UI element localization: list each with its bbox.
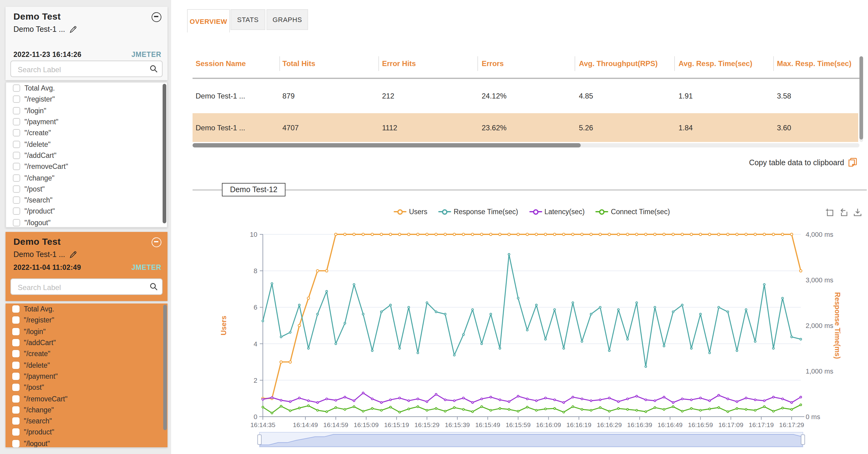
test-card-2: Demo Test Demo Test-1 ... 2022-11-04 11:… (5, 232, 167, 301)
list-scrollbar[interactable] (163, 305, 167, 430)
label-checkbox[interactable] (13, 163, 20, 170)
table-cell: 1.91 (679, 92, 693, 100)
legend-item[interactable]: Latency(sec) (529, 208, 585, 216)
label-checkbox[interactable] (12, 429, 20, 436)
label-checkbox[interactable] (12, 361, 20, 369)
collapse-card-icon[interactable] (152, 12, 161, 22)
label-list-item[interactable]: "/addCart" (5, 337, 167, 348)
copy-icon[interactable] (848, 158, 857, 167)
label-checkbox[interactable] (12, 317, 20, 324)
label-checkbox[interactable] (12, 305, 20, 313)
label-list-item[interactable]: "/logout" (5, 438, 167, 447)
download-icon[interactable] (853, 208, 862, 217)
label-list-item[interactable]: "/product" (5, 427, 167, 438)
label-list-item[interactable]: "/payment" (5, 371, 167, 382)
column-header[interactable]: Max. Resp. Time(sec) (777, 56, 851, 71)
label-list-item[interactable]: "/create" (6, 127, 167, 139)
label-list-item[interactable]: Total Avg. (6, 83, 167, 94)
label-checkbox[interactable] (12, 395, 20, 402)
label-list-item[interactable]: "/removeCart" (6, 161, 167, 172)
collapse-card-icon[interactable] (152, 237, 161, 247)
column-header[interactable]: Errors (482, 56, 504, 71)
search-input[interactable] (17, 280, 144, 295)
label-list-item[interactable]: "/create" (5, 348, 167, 360)
label-search-1 (10, 61, 163, 77)
list-scrollbar[interactable] (163, 84, 166, 223)
column-separator (378, 56, 379, 71)
label-list-item[interactable]: "/change" (5, 404, 167, 416)
line-chart[interactable]: 02468100 ms1,000 ms2,000 ms3,000 ms4,000… (202, 226, 868, 431)
label-list-item[interactable]: "/removeCart" (5, 393, 167, 404)
label-checkbox[interactable] (13, 84, 20, 92)
datazoom-slider[interactable] (259, 432, 803, 447)
label-list-item[interactable]: "/register" (6, 94, 167, 105)
label-text: "/login" (25, 107, 46, 114)
label-checkbox[interactable] (12, 417, 20, 425)
label-checkbox[interactable] (13, 152, 20, 159)
restore-icon[interactable] (839, 208, 848, 217)
label-list-item[interactable]: "/post" (6, 183, 167, 195)
label-list-item[interactable]: "/change" (6, 172, 167, 183)
tab-graphs[interactable]: GRAPHS (267, 9, 308, 30)
label-list-item[interactable]: "/post" (5, 382, 167, 393)
label-checkbox[interactable] (13, 140, 20, 148)
label-list-item[interactable]: "/delete" (5, 360, 167, 371)
label-checkbox[interactable] (12, 350, 20, 358)
label-list-item[interactable]: Total Avg. (5, 304, 167, 315)
label-checkbox[interactable] (13, 130, 20, 137)
y-axis-right-title: Response Time(ms) (834, 292, 841, 359)
label-list-item[interactable]: "/delete" (6, 139, 167, 150)
label-list-item[interactable]: "/payment" (6, 116, 167, 127)
column-header[interactable]: Error Hits (382, 56, 416, 71)
label-checkbox[interactable] (12, 384, 20, 391)
label-checkbox[interactable] (12, 339, 20, 346)
label-checkbox[interactable] (13, 208, 20, 215)
svg-text:16:14:59: 16:14:59 (323, 421, 348, 428)
label-checkbox[interactable] (12, 406, 20, 414)
label-list-item[interactable]: "/logout" (6, 217, 167, 228)
edit-icon[interactable] (69, 251, 77, 258)
search-icon[interactable] (150, 283, 158, 291)
label-checkbox[interactable] (13, 107, 20, 114)
copy-table-data[interactable]: Copy table data to clipboard (749, 158, 857, 167)
label-list-item[interactable]: "/register" (5, 315, 167, 326)
label-list-item[interactable]: "/login" (5, 326, 167, 337)
legend-item[interactable]: Response Time(sec) (438, 208, 518, 216)
label-checkbox[interactable] (12, 439, 20, 447)
column-header[interactable]: Avg. Resp. Time(sec) (679, 56, 752, 71)
label-list-item[interactable]: "/addCart" (6, 150, 167, 161)
column-header[interactable]: Avg. Throughput(RPS) (579, 56, 658, 71)
datazoom-handle-right[interactable] (801, 434, 805, 445)
vscroll-thumb[interactable] (860, 56, 863, 140)
label-list-item[interactable]: "/product" (6, 206, 167, 217)
edit-icon[interactable] (69, 25, 77, 33)
table-row[interactable]: Demo Test-1 ...4707111223.62%5.261.843.6… (192, 113, 858, 142)
table-row[interactable]: Demo Test-1 ...87921224.12%4.851.913.58 (192, 79, 858, 113)
label-list-item[interactable]: "/login" (6, 105, 167, 116)
hscroll-thumb[interactable] (192, 143, 581, 147)
label-checkbox[interactable] (13, 219, 20, 226)
legend-label: Connect Time(sec) (611, 208, 670, 216)
test-card-2-title: Demo Test (13, 236, 61, 247)
tab-overview[interactable]: OVERVIEW (187, 9, 230, 32)
search-input[interactable] (17, 62, 144, 77)
label-checkbox[interactable] (12, 373, 20, 380)
label-checkbox[interactable] (13, 118, 20, 125)
series-response-time-sec- (263, 255, 801, 367)
label-checkbox[interactable] (13, 186, 20, 193)
label-checkbox[interactable] (13, 174, 20, 181)
datazoom-icon[interactable] (825, 208, 834, 217)
legend-item[interactable]: Connect Time(sec) (596, 208, 670, 216)
tab-stats[interactable]: STATS (230, 9, 265, 30)
datazoom-handle-left[interactable] (257, 434, 261, 445)
legend-item[interactable]: Users (394, 208, 427, 216)
label-checkbox[interactable] (12, 328, 20, 335)
column-header[interactable]: Session Name (196, 56, 246, 71)
column-header[interactable]: Total Hits (282, 56, 315, 71)
label-list-item[interactable]: "/search" (6, 195, 167, 206)
table-cell: 3.58 (777, 92, 791, 100)
label-checkbox[interactable] (13, 196, 20, 204)
label-checkbox[interactable] (13, 96, 20, 103)
search-icon[interactable] (150, 65, 158, 73)
label-list-item[interactable]: "/search" (5, 416, 167, 427)
